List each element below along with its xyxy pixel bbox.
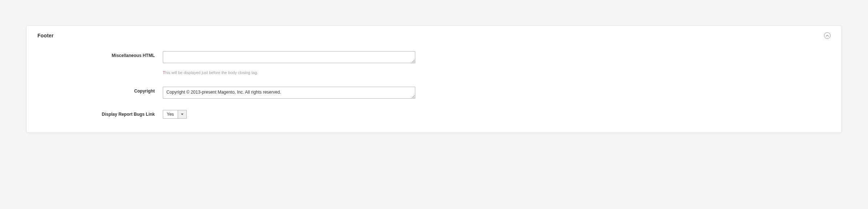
copyright-row: Copyright (37, 87, 831, 100)
collapse-toggle[interactable] (824, 32, 831, 39)
section-title: Footer (37, 33, 54, 38)
misc-html-row: Miscellaneous HTML (37, 51, 831, 64)
copyright-label: Copyright (37, 87, 163, 94)
chevron-up-icon (826, 35, 829, 37)
copyright-input[interactable] (163, 87, 415, 99)
misc-html-note-row: This will be displayed just before the b… (37, 66, 831, 83)
footer-section-fieldset: Footer Miscellaneous HTML This will be d… (26, 25, 842, 133)
caret-down-icon (181, 114, 183, 115)
misc-html-label: Miscellaneous HTML (37, 51, 163, 58)
display-bugs-label: Display Report Bugs Link (37, 110, 163, 117)
display-bugs-select[interactable]: Yes (163, 110, 187, 119)
display-bugs-value: Yes (163, 110, 178, 118)
misc-html-note: This will be displayed just before the b… (163, 70, 415, 75)
select-arrow-button[interactable] (178, 110, 186, 118)
fieldset-header: Footer (37, 32, 831, 39)
display-bugs-row: Display Report Bugs Link Yes (37, 110, 831, 119)
misc-html-input[interactable] (163, 51, 415, 63)
